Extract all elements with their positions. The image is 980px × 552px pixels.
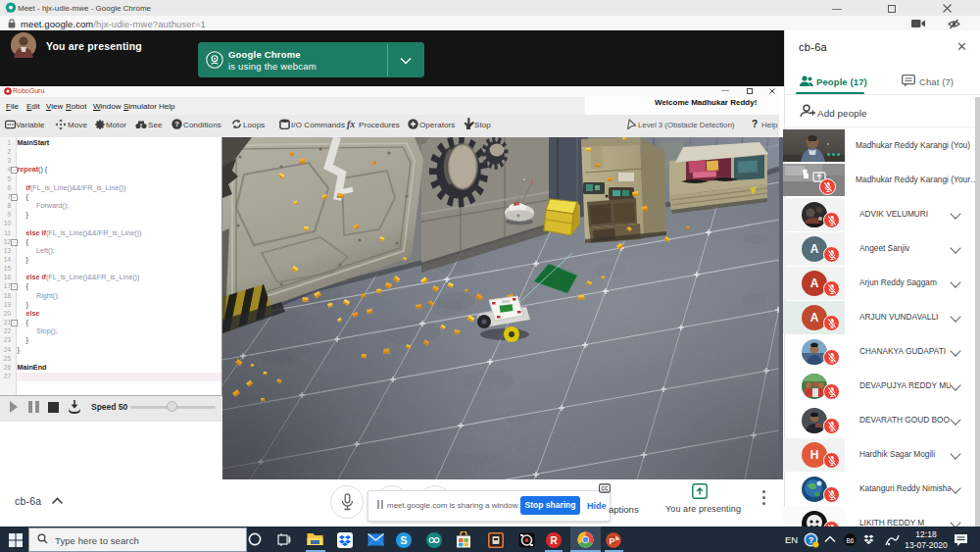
svg-text:?: ? (174, 120, 179, 128)
svg-text:B6: B6 (847, 537, 855, 544)
svg-text:?: ? (808, 535, 813, 545)
svg-text:P: P (609, 536, 614, 546)
svg-text:R: R (550, 535, 558, 546)
svg-text:CC: CC (602, 486, 609, 491)
svg-text:S: S (400, 534, 407, 546)
